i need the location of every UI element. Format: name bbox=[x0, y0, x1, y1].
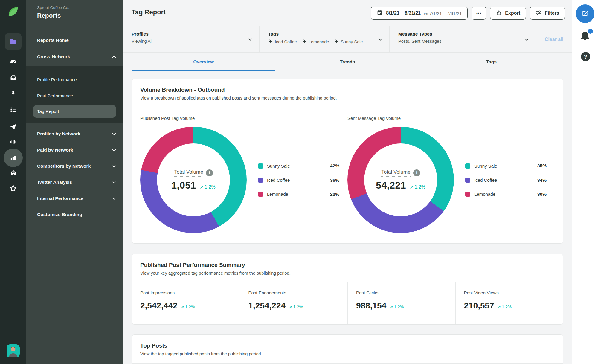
export-icon bbox=[496, 10, 502, 17]
help-button[interactable]: ? bbox=[581, 52, 590, 61]
volume-breakdown-card: Volume Breakdown - Outbound View a break… bbox=[132, 79, 563, 244]
sprout-logo-icon[interactable] bbox=[7, 5, 20, 19]
inbox-icon[interactable] bbox=[7, 72, 19, 84]
card-description: View the top tagged published posts from… bbox=[140, 351, 555, 356]
clear-all-button[interactable]: Clear all bbox=[536, 26, 572, 52]
tags-filter[interactable]: Tags Iced Coffee Lemonade Sunny Sale bbox=[260, 26, 390, 52]
profiles-filter[interactable]: Profiles Viewing All bbox=[123, 26, 260, 52]
metric-label[interactable]: Post Clicks bbox=[356, 290, 378, 297]
bot-icon[interactable] bbox=[7, 167, 19, 179]
trend-badge: ↗1.2% bbox=[200, 184, 216, 190]
more-options-button[interactable]: ••• bbox=[472, 7, 486, 20]
tag-chip: Iced Coffee bbox=[268, 39, 297, 45]
listening-waveform-icon[interactable] bbox=[7, 136, 19, 148]
nav-header: Sprout Coffee Co. Reports bbox=[26, 0, 123, 26]
trend-up-icon: ↗ bbox=[497, 305, 501, 309]
tag-chip: Lemonade bbox=[302, 39, 329, 45]
sidebar-item-profiles-by-network[interactable]: Profiles by Network bbox=[26, 128, 123, 140]
notifications-button[interactable] bbox=[579, 30, 592, 43]
card-description: View a breakdown of applied tags on publ… bbox=[140, 96, 555, 100]
chevron-down-icon bbox=[112, 148, 116, 152]
sidebar-item-customize-branding[interactable]: Customize Branding bbox=[26, 209, 123, 221]
trend-up-icon: ↗ bbox=[181, 305, 184, 309]
legend-item: Sunny Sale 42% bbox=[258, 159, 339, 173]
pin-icon[interactable] bbox=[7, 88, 19, 100]
cross-network-subnav: Profile Performance Post Performance Tag… bbox=[26, 66, 123, 123]
list-icon[interactable] bbox=[7, 104, 19, 116]
nav-title: Reports bbox=[37, 12, 61, 19]
legend-item: Lemonade 30% bbox=[465, 187, 547, 201]
company-name: Sprout Coffee Co. bbox=[37, 5, 69, 10]
legend-swatch bbox=[258, 178, 263, 183]
legend-swatch bbox=[258, 192, 263, 197]
sidebar-item-cross-network[interactable]: Cross-Network bbox=[26, 51, 123, 63]
info-icon[interactable]: i bbox=[413, 169, 420, 176]
sidebar-item-internal-performance[interactable]: Internal Performance bbox=[26, 192, 123, 204]
app-icon-rail bbox=[0, 0, 26, 364]
filters-sliders-icon bbox=[536, 10, 542, 17]
date-range-button[interactable]: 8/1/21 – 8/31/21 vs 7/1/21 – 7/31/21 bbox=[371, 7, 467, 20]
chevron-down-icon bbox=[112, 196, 116, 201]
reports-folder-icon[interactable] bbox=[5, 33, 22, 50]
chevron-down-icon bbox=[112, 164, 116, 169]
legend-item: Iced Coffee 36% bbox=[258, 173, 339, 187]
filters-button[interactable]: Filters bbox=[530, 7, 565, 20]
legend-item: Sunny Sale 35% bbox=[465, 159, 547, 173]
main-content: Tag Report 8/1/21 – 8/31/21 vs 7/1/21 – … bbox=[123, 0, 572, 364]
report-tabs: Overview Trends Tags bbox=[132, 53, 563, 71]
trend-up-icon: ↗ bbox=[200, 184, 204, 189]
trend-badge: ↗1.2% bbox=[410, 184, 425, 190]
info-icon[interactable]: i bbox=[206, 169, 213, 176]
publishing-paper-plane-icon[interactable] bbox=[7, 121, 19, 133]
metric-label[interactable]: Post Engagements bbox=[248, 290, 286, 297]
card-title: Top Posts bbox=[140, 342, 555, 349]
user-avatar[interactable] bbox=[7, 344, 20, 357]
performance-summary-card: Published Post Performance Summary View … bbox=[132, 254, 563, 325]
sidebar-item-tag-report-selected[interactable]: Tag Report bbox=[33, 105, 116, 118]
reports-bar-chart-icon[interactable] bbox=[7, 152, 19, 164]
tab-trends[interactable]: Trends bbox=[275, 53, 419, 71]
date-range-value: 8/1/21 – 8/31/21 bbox=[386, 10, 421, 16]
notification-dot bbox=[588, 29, 593, 34]
trend-badge: ↗1.2% bbox=[289, 305, 303, 309]
star-icon[interactable] bbox=[7, 182, 19, 194]
active-section-underline bbox=[37, 62, 78, 62]
sent-message-tag-volume-chart: Sent Message Tag Volume Total Volume i 5… bbox=[347, 116, 555, 233]
metric-label[interactable]: Post Impressions bbox=[140, 290, 175, 297]
filter-bar: Profiles Viewing All Tags Iced Coffee Le… bbox=[123, 26, 572, 53]
published-post-tag-volume-chart: Published Post Tag Volume Total Volume i… bbox=[140, 116, 347, 233]
sidebar-item-reports-home[interactable]: Reports Home bbox=[26, 34, 123, 46]
calendar-icon bbox=[376, 9, 383, 17]
compose-icon bbox=[581, 9, 590, 19]
sidebar-item-competitors-by-network[interactable]: Competitors by Network bbox=[26, 160, 123, 172]
trend-up-icon: ↗ bbox=[289, 305, 292, 309]
page-title: Tag Report bbox=[132, 8, 166, 16]
message-types-filter-value: Posts, Sent Messages bbox=[398, 39, 536, 44]
metric-label[interactable]: Post Video Views bbox=[464, 290, 499, 297]
total-volume-value: 54,221 bbox=[376, 180, 406, 191]
chart-subtitle: Sent Message Tag Volume bbox=[347, 116, 555, 121]
trend-badge: ↗1.2% bbox=[497, 305, 512, 309]
chevron-down-icon bbox=[112, 132, 116, 136]
sidebar-item-profile-performance[interactable]: Profile Performance bbox=[26, 74, 123, 85]
dashboard-gauge-icon[interactable] bbox=[7, 55, 19, 67]
chevron-down-icon bbox=[524, 37, 529, 42]
metric-post-impressions: Post Impressions 2,542,442 ↗1.2% bbox=[132, 282, 240, 324]
tab-tags[interactable]: Tags bbox=[419, 53, 563, 71]
trend-badge: ↗1.2% bbox=[181, 305, 195, 309]
sidebar-item-post-performance[interactable]: Post Performance bbox=[26, 90, 123, 102]
donut-chart[interactable]: Total Volume i 1,051 ↗1.2% bbox=[140, 127, 247, 233]
tag-chip: Sunny Sale bbox=[334, 39, 363, 45]
card-description: View your key aggregated tag performance… bbox=[140, 271, 555, 276]
tab-overview[interactable]: Overview bbox=[132, 53, 275, 71]
message-types-filter[interactable]: Message Types Posts, Sent Messages bbox=[390, 26, 536, 52]
trend-badge: ↗1.2% bbox=[389, 305, 404, 309]
chevron-down-icon bbox=[378, 37, 383, 42]
export-button[interactable]: Export bbox=[490, 7, 526, 20]
metric-post-video-views: Post Video Views 210,557 ↗1.2% bbox=[455, 282, 563, 324]
donut-chart[interactable]: Total Volume i 54,221 ↗1.2% bbox=[347, 127, 454, 233]
compose-button[interactable] bbox=[576, 4, 594, 23]
sidebar-item-paid-by-network[interactable]: Paid by Network bbox=[26, 144, 123, 156]
utility-rail: ? bbox=[572, 0, 598, 364]
sidebar-item-twitter-analysis[interactable]: Twitter Analysis bbox=[26, 176, 123, 188]
